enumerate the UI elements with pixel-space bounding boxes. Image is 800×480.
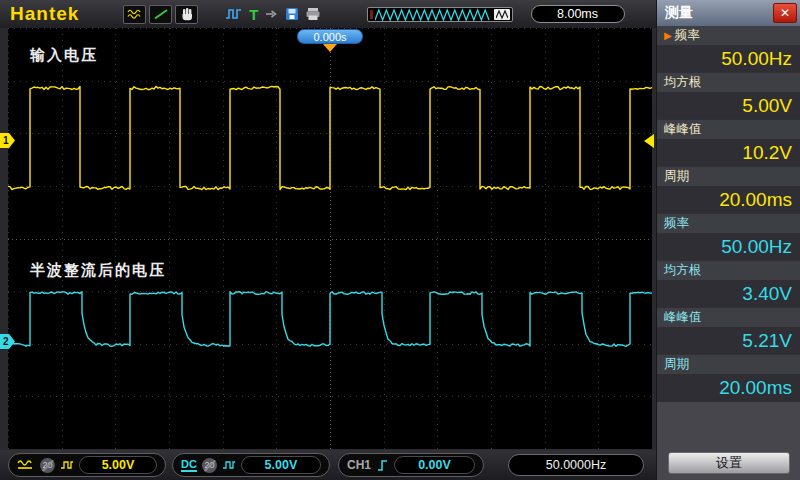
line-icon (153, 8, 169, 20)
arrow-icon[interactable] (265, 9, 279, 19)
wave-display-button[interactable] (123, 5, 146, 24)
trigger-position-marker[interactable] (323, 44, 337, 52)
measurement-label: ▶ 频率 (657, 26, 800, 45)
memory-waveform-icon (375, 8, 491, 22)
measurement-label: 周期 (657, 167, 800, 186)
measurement-value: 5.21V (657, 327, 800, 354)
measurement-item[interactable]: 峰峰值 5.21V (657, 308, 800, 355)
measurement-panel: 测量 ✕ ▶ 频率 50.00Hz 均方根 5.00V 峰峰值 10.2V 周期 (656, 0, 800, 480)
trigger-level-marker[interactable] (644, 134, 654, 148)
measurement-value: 5.00V (657, 92, 800, 119)
measurement-item[interactable]: 峰峰值 10.2V (657, 120, 800, 167)
hand-cursor-button[interactable] (175, 5, 198, 24)
ch2-coupling-label: DC (181, 458, 197, 472)
measurement-item[interactable]: ▶ 频率 50.00Hz (657, 26, 800, 73)
measurement-item[interactable]: 周期 20.00ms (657, 355, 800, 402)
hand-icon (179, 7, 195, 21)
panel-title: 测量 (665, 4, 693, 22)
ch2-waveform-icon (222, 460, 236, 470)
ch1-waveform-icon (60, 460, 74, 470)
view-window-indicator[interactable] (494, 9, 510, 20)
trigger-source-label: CH1 (347, 458, 371, 472)
trigger-position-tick (370, 10, 373, 19)
ch1-annotation: 输入电压 (30, 46, 98, 65)
waveform-traces (8, 28, 652, 449)
measurement-item[interactable]: 周期 20.00ms (657, 167, 800, 214)
settings-button[interactable]: 设置 (668, 452, 790, 474)
brand-logo: Hantek (10, 3, 79, 25)
window-zigzag-icon (496, 9, 508, 20)
measurement-value: 10.2V (657, 139, 800, 166)
timebase-display[interactable]: 8.00ms (531, 5, 625, 23)
ch2-number: 2 (3, 336, 9, 347)
ch1-menu-button[interactable]: 20 5.00V (8, 453, 166, 477)
close-button[interactable]: ✕ (773, 3, 797, 23)
ch2-scale-value: 5.00V (241, 456, 321, 474)
measurement-label: 峰峰值 (657, 120, 800, 139)
top-toolbar: Hantek T (0, 0, 656, 28)
trigger-level-value: 0.00V (394, 456, 475, 474)
measurement-value: 3.40V (657, 280, 800, 307)
ch2-bandwidth-badge: 20 (202, 458, 217, 473)
measurement-label: 均方根 (657, 73, 800, 92)
measurement-label: 峰峰值 (657, 308, 800, 327)
measurement-item[interactable]: 均方根 5.00V (657, 73, 800, 120)
measurement-value: 50.00Hz (657, 45, 800, 72)
measurement-value: 20.00ms (657, 374, 800, 401)
ch1-number: 1 (3, 135, 9, 146)
measurement-item[interactable]: 均方根 3.40V (657, 261, 800, 308)
horizontal-position-bar[interactable] (367, 7, 513, 22)
ch1-scale-value: 5.00V (79, 456, 157, 474)
waveform-display: 输入电压 半波整流后的电压 0.000s (8, 28, 652, 449)
measurement-list: ▶ 频率 50.00Hz 均方根 5.00V 峰峰值 10.2V 周期 20.0… (657, 26, 800, 402)
draw-line-button[interactable] (149, 5, 172, 24)
print-icon[interactable] (305, 7, 321, 21)
ch2-annotation: 半波整流后的电压 (30, 261, 166, 280)
oscilloscope-app: Hantek T (0, 0, 800, 480)
trigger-status-label: T (249, 6, 258, 23)
measurement-value: 20.00ms (657, 186, 800, 213)
selected-arrow-icon: ▶ (664, 30, 672, 41)
measurement-value: 50.00Hz (657, 233, 800, 260)
waveform-icon (127, 8, 143, 20)
measurement-item[interactable]: 频率 50.00Hz (657, 214, 800, 261)
trigger-slope-icon (376, 459, 389, 472)
frequency-counter: 50.0000Hz (508, 454, 644, 476)
measurement-label: 周期 (657, 355, 800, 374)
ch1-bandwidth-badge: 20 (40, 458, 55, 473)
measurement-label: 均方根 (657, 261, 800, 280)
ch1-coupling-icon (17, 459, 35, 471)
measurement-label: 频率 (657, 214, 800, 233)
square-wave-icon[interactable] (225, 8, 243, 20)
panel-header: 测量 ✕ (657, 0, 800, 26)
trigger-menu-button[interactable]: CH1 0.00V (338, 453, 484, 477)
ch2-menu-button[interactable]: DC 20 5.00V (172, 453, 330, 477)
timebase-value: 8.00ms (557, 7, 598, 21)
trigger-tools: T (225, 6, 320, 23)
bottom-status-bar: 20 5.00V DC 20 5.00V CH1 0.00V 50.0000Hz (0, 450, 656, 480)
trigger-time-label[interactable]: 0.000s (297, 29, 363, 44)
save-icon[interactable] (285, 7, 299, 21)
